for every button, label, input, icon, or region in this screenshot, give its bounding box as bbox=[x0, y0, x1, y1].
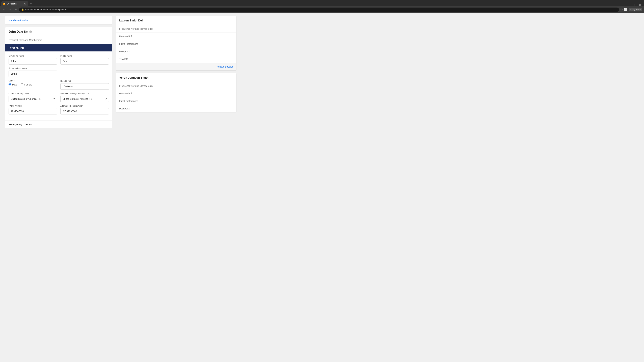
veron-card: Veron Johnson Smith Frequent Flyer and M… bbox=[116, 73, 236, 112]
gender-label: Gender bbox=[8, 80, 57, 82]
alt-phone-group: Alternate Phone Number bbox=[60, 105, 109, 114]
lauren-card: Lauren Smith Deli Frequent Flyer and Mem… bbox=[116, 16, 236, 70]
gender-options: Male Female bbox=[8, 83, 57, 86]
country-code-row: Country/Territory Code United States of … bbox=[8, 92, 109, 102]
minimize-button[interactable]: — bbox=[629, 4, 632, 6]
active-tab[interactable]: E My Account ✕ bbox=[1, 1, 28, 6]
personal-info-form: Given/First Name Middle Name Surname/Las… bbox=[5, 51, 112, 120]
window-controls: — ❐ ✕ bbox=[629, 4, 643, 6]
country-code-label: Country/Territory Code bbox=[8, 92, 57, 95]
gender-female-radio[interactable] bbox=[21, 83, 23, 86]
add-traveler-link[interactable]: + Add new traveler bbox=[8, 19, 28, 22]
refresh-button[interactable]: ↻ bbox=[14, 7, 18, 11]
veron-flight-preferences-link[interactable]: Flight Preferences bbox=[116, 97, 236, 105]
country-code-select[interactable]: United States of America + 1 bbox=[8, 96, 57, 102]
lauren-personal-info-link[interactable]: Personal Info bbox=[116, 33, 236, 40]
veron-personal-info-link[interactable]: Personal Info bbox=[116, 90, 236, 97]
dob-group: Date Of Birth bbox=[60, 80, 109, 90]
gender-dob-row: Gender Male Female bbox=[8, 80, 109, 90]
phone-label: Phone Number bbox=[8, 105, 57, 107]
last-name-group: Surname/Last Name bbox=[8, 67, 57, 77]
gender-female-label: Female bbox=[24, 83, 32, 86]
alt-country-code-label: Alternate Country/Territory Code bbox=[60, 92, 109, 95]
gender-group: Gender Male Female bbox=[8, 80, 57, 86]
veron-passports-link[interactable]: Passports bbox=[116, 105, 236, 112]
emergency-contact-header: Emergency Contact bbox=[5, 120, 112, 128]
tab-title: My Account bbox=[7, 3, 22, 5]
url-text: expedia.com/user/account/?&selc=payment bbox=[25, 8, 617, 11]
bookmark-button[interactable]: ☆ bbox=[620, 8, 623, 11]
john-traveler-name: John Dale Smith bbox=[5, 27, 112, 36]
browser-chrome: E My Account ✕ + — ❐ ✕ ← → ↻ 🔒 expedia.c… bbox=[0, 0, 644, 13]
first-name-group: Given/First Name bbox=[8, 55, 57, 64]
back-button[interactable]: ← bbox=[2, 7, 6, 12]
first-name-input[interactable] bbox=[8, 58, 57, 64]
maximize-button[interactable]: ❐ bbox=[634, 4, 636, 6]
last-name-row: Surname/Last Name bbox=[8, 67, 109, 77]
forward-button[interactable]: → bbox=[8, 7, 12, 12]
veron-card-name: Veron Johnson Smith bbox=[116, 73, 236, 82]
dob-label: Date Of Birth bbox=[60, 80, 72, 82]
gender-male-radio[interactable] bbox=[8, 83, 11, 86]
new-tab-button[interactable]: + bbox=[28, 1, 33, 6]
phone-group: Phone Number bbox=[8, 105, 57, 114]
lauren-card-footer: Remove traveler bbox=[116, 63, 236, 70]
john-frequent-flyer-link[interactable]: Frequent Flyer and Membership bbox=[5, 36, 112, 44]
tab-favicon: E bbox=[3, 3, 5, 5]
john-traveler-card: John Dale Smith Frequent Flyer and Membe… bbox=[5, 27, 112, 128]
page-body: + Add new traveler John Dale Smith Frequ… bbox=[0, 13, 644, 361]
right-column: Lauren Smith Deli Frequent Flyer and Mem… bbox=[116, 16, 236, 128]
last-name-label: Surname/Last Name bbox=[8, 67, 57, 69]
lauren-flight-preferences-link[interactable]: Flight Preferences bbox=[116, 40, 236, 48]
last-name-spacer bbox=[60, 67, 109, 77]
country-code-group: Country/Territory Code United States of … bbox=[8, 92, 57, 102]
sidebar-button[interactable]: ⬜ bbox=[624, 8, 628, 11]
browser-toolbar: ← → ↻ 🔒 expedia.com/user/account/?&selc=… bbox=[0, 6, 644, 13]
left-column: + Add new traveler John Dale Smith Frequ… bbox=[5, 16, 112, 128]
veron-frequent-flyer-link[interactable]: Frequent Flyer and Membership bbox=[116, 82, 236, 90]
name-row: Given/First Name Middle Name bbox=[8, 55, 109, 64]
browser-tab-bar: E My Account ✕ + — ❐ ✕ bbox=[0, 0, 644, 6]
alt-phone-input[interactable] bbox=[60, 108, 109, 114]
phone-row: Phone Number Alternate Phone Number bbox=[8, 105, 109, 114]
middle-name-label: Middle Name bbox=[60, 55, 109, 57]
lauren-card-name: Lauren Smith Deli bbox=[116, 16, 236, 25]
tab-close-button[interactable]: ✕ bbox=[24, 2, 26, 5]
address-bar[interactable]: 🔒 expedia.com/user/account/?&selc=paymen… bbox=[19, 7, 619, 12]
incognito-badge[interactable]: Incognito (2) bbox=[629, 8, 642, 11]
first-name-label: Given/First Name bbox=[8, 55, 57, 57]
lauren-passports-link[interactable]: Passports bbox=[116, 48, 236, 55]
lock-icon: 🔒 bbox=[22, 8, 24, 11]
personal-info-header: Personal Info bbox=[5, 44, 112, 51]
alt-phone-label: Alternate Phone Number bbox=[60, 105, 109, 107]
alt-country-code-select[interactable]: United States of America + 1 bbox=[60, 96, 109, 102]
dob-input[interactable] bbox=[60, 83, 109, 90]
main-content: + Add new traveler John Dale Smith Frequ… bbox=[5, 16, 236, 128]
middle-name-group: Middle Name bbox=[60, 55, 109, 64]
gender-male-option[interactable]: Male bbox=[8, 83, 17, 86]
gender-female-option[interactable]: Female bbox=[21, 83, 32, 86]
last-name-input[interactable] bbox=[8, 70, 57, 77]
add-traveler-bar: + Add new traveler bbox=[5, 16, 112, 24]
lauren-tsa-info-link[interactable]: TSA Info bbox=[116, 55, 236, 63]
gender-male-label: Male bbox=[12, 83, 17, 86]
middle-name-input[interactable] bbox=[60, 58, 109, 64]
phone-input[interactable] bbox=[8, 108, 57, 114]
lauren-frequent-flyer-link[interactable]: Frequent Flyer and Membership bbox=[116, 25, 236, 33]
close-button[interactable]: ✕ bbox=[639, 4, 641, 6]
remove-traveler-link[interactable]: Remove traveler bbox=[216, 65, 233, 68]
alt-country-code-group: Alternate Country/Territory Code United … bbox=[60, 92, 109, 102]
